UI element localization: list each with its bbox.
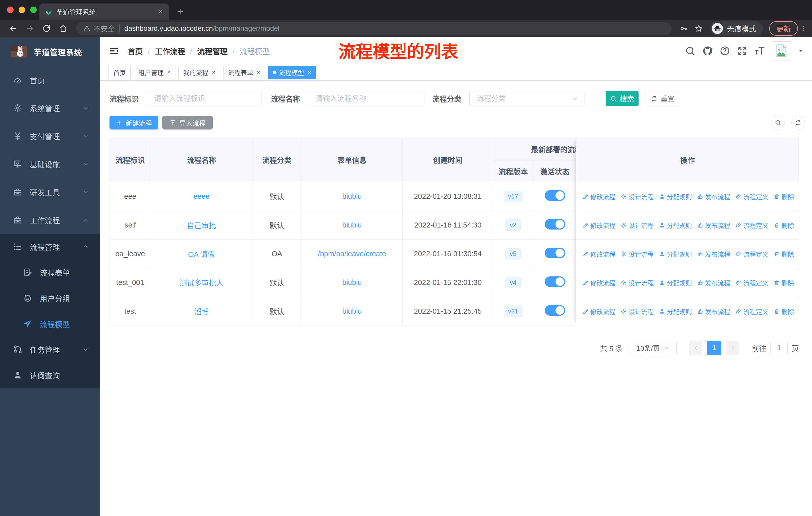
- sidebar-item[interactable]: 系统管理: [0, 94, 100, 122]
- import-process-button[interactable]: 导入流程: [162, 116, 213, 130]
- form-info-link[interactable]: biubiu: [342, 278, 362, 287]
- row-action-link[interactable]: 发布流程: [697, 221, 730, 230]
- row-action-link[interactable]: 发布流程: [697, 249, 730, 259]
- row-action-link[interactable]: 删除: [774, 278, 794, 287]
- filter-input[interactable]: [469, 91, 584, 106]
- row-action-link[interactable]: 分配规则: [659, 278, 692, 287]
- row-action-link[interactable]: 设计流程: [621, 249, 654, 259]
- process-name-link[interactable]: eeee: [193, 192, 210, 200]
- active-toggle[interactable]: [545, 248, 565, 258]
- row-action-link[interactable]: 流程定义: [735, 278, 768, 287]
- prev-page-button[interactable]: [689, 341, 702, 355]
- search-button[interactable]: 搜索: [606, 91, 639, 106]
- row-action-link[interactable]: 分配规则: [659, 221, 692, 230]
- page-size-select[interactable]: 10条/页: [630, 341, 676, 355]
- tab-close-icon[interactable]: [157, 8, 164, 15]
- current-page-button[interactable]: 1: [707, 341, 721, 355]
- view-tag[interactable]: 我的流程 ×: [178, 66, 220, 79]
- row-action-link[interactable]: 设计流程: [621, 307, 654, 316]
- breadcrumb-item[interactable]: 流程模型: [228, 45, 270, 56]
- back-icon[interactable]: [9, 24, 18, 33]
- row-action-link[interactable]: 分配规则: [659, 249, 692, 259]
- tag-close-icon[interactable]: ×: [256, 69, 260, 75]
- forward-icon[interactable]: [25, 24, 34, 33]
- url-bar[interactable]: 不安全 dashboard.yudao.iocoder.cn /bpm/mana…: [76, 22, 671, 35]
- row-action-link[interactable]: 设计流程: [621, 192, 654, 201]
- home-icon[interactable]: [59, 24, 68, 33]
- bookmark-star-icon[interactable]: [694, 24, 703, 33]
- row-action-link[interactable]: 删除: [774, 192, 794, 201]
- view-tag[interactable]: 流程表单 ×: [223, 66, 265, 79]
- form-info-link[interactable]: biubiu: [342, 307, 362, 315]
- show-search-button[interactable]: [771, 116, 785, 130]
- breadcrumb-item[interactable]: 流程管理: [185, 45, 227, 56]
- sidebar-item[interactable]: 工作流程: [0, 206, 100, 234]
- row-action-link[interactable]: 删除: [774, 307, 794, 316]
- filter-input[interactable]: [147, 91, 262, 106]
- active-toggle[interactable]: [545, 190, 565, 201]
- process-name-link[interactable]: 测试多审批人: [179, 279, 223, 287]
- row-action-link[interactable]: 流程定义: [735, 221, 768, 230]
- sidebar-subitem[interactable]: 流程模型: [0, 311, 100, 336]
- row-action-link[interactable]: 设计流程: [621, 221, 654, 230]
- row-action-link[interactable]: 流程定义: [735, 307, 768, 316]
- reset-button[interactable]: 重置: [646, 91, 679, 106]
- sidebar-subitem[interactable]: 请假查询: [0, 362, 100, 388]
- row-action-link[interactable]: 发布流程: [697, 307, 730, 316]
- window-zoom-button[interactable]: [30, 6, 37, 13]
- row-action-link[interactable]: 流程定义: [735, 249, 768, 259]
- sidebar-item[interactable]: 支付管理: [0, 122, 100, 150]
- create-process-button[interactable]: 新建流程: [110, 116, 158, 130]
- row-action-link[interactable]: 修改流程: [582, 192, 615, 201]
- next-page-button[interactable]: [726, 341, 740, 355]
- form-info-link[interactable]: /bpm/oa/leave/create: [318, 250, 386, 258]
- active-toggle[interactable]: [545, 276, 565, 287]
- view-tag[interactable]: 首页: [109, 66, 130, 79]
- row-action-link[interactable]: 流程定义: [735, 192, 768, 201]
- sidebar-item[interactable]: 研发工具: [0, 178, 100, 206]
- new-tab-button[interactable]: [176, 7, 184, 16]
- hamburger-icon[interactable]: [109, 46, 119, 56]
- row-action-link[interactable]: 修改流程: [582, 307, 615, 316]
- goto-page-input[interactable]: [771, 341, 788, 355]
- row-action-link[interactable]: 发布流程: [697, 278, 730, 287]
- process-name-link[interactable]: 滔博: [194, 308, 209, 316]
- window-close-button[interactable]: [7, 6, 13, 13]
- row-action-link[interactable]: 修改流程: [582, 249, 615, 259]
- active-toggle[interactable]: [545, 219, 565, 229]
- help-icon[interactable]: [720, 46, 730, 56]
- filter-input[interactable]: [308, 91, 423, 106]
- row-action-link[interactable]: 设计流程: [621, 278, 654, 287]
- row-action-link[interactable]: 修改流程: [582, 278, 615, 287]
- breadcrumb-item[interactable]: 首页: [127, 45, 143, 56]
- view-tag[interactable]: 租户管理 ×: [134, 66, 175, 79]
- browser-menu-icon[interactable]: [801, 23, 807, 33]
- github-icon[interactable]: [702, 46, 713, 56]
- view-tag[interactable]: 流程模型 ×: [268, 66, 316, 79]
- sidebar-item[interactable]: 基础设施: [0, 150, 100, 178]
- row-action-link[interactable]: 分配规则: [659, 192, 692, 201]
- process-name-link[interactable]: 自己审批: [187, 222, 216, 230]
- form-info-link[interactable]: biubiu: [342, 192, 362, 200]
- row-action-link[interactable]: 发布流程: [697, 192, 730, 201]
- browser-tab[interactable]: 芋道管理系统: [39, 3, 169, 20]
- sidebar-subitem[interactable]: 任务管理: [0, 336, 100, 362]
- tag-close-icon[interactable]: ×: [166, 69, 171, 75]
- user-avatar[interactable]: [772, 41, 791, 60]
- sidebar-logo[interactable]: 芋道管理系统: [0, 37, 100, 66]
- password-key-icon[interactable]: [679, 24, 688, 33]
- search-icon[interactable]: [685, 46, 695, 56]
- reload-icon[interactable]: [42, 24, 51, 33]
- font-size-icon[interactable]: [754, 46, 765, 56]
- process-name-link[interactable]: OA 请假: [188, 250, 215, 259]
- form-info-link[interactable]: biubiu: [342, 221, 362, 229]
- breadcrumb-item[interactable]: 工作流程: [143, 45, 185, 56]
- row-action-link[interactable]: 删除: [774, 249, 794, 259]
- row-action-link[interactable]: 删除: [774, 221, 794, 230]
- row-action-link[interactable]: 分配规则: [659, 307, 692, 316]
- refresh-table-button[interactable]: [791, 116, 805, 130]
- update-button[interactable]: 更新: [769, 21, 798, 36]
- fullscreen-icon[interactable]: [737, 46, 748, 56]
- row-action-link[interactable]: 修改流程: [582, 221, 615, 230]
- caret-down-icon[interactable]: [798, 48, 804, 54]
